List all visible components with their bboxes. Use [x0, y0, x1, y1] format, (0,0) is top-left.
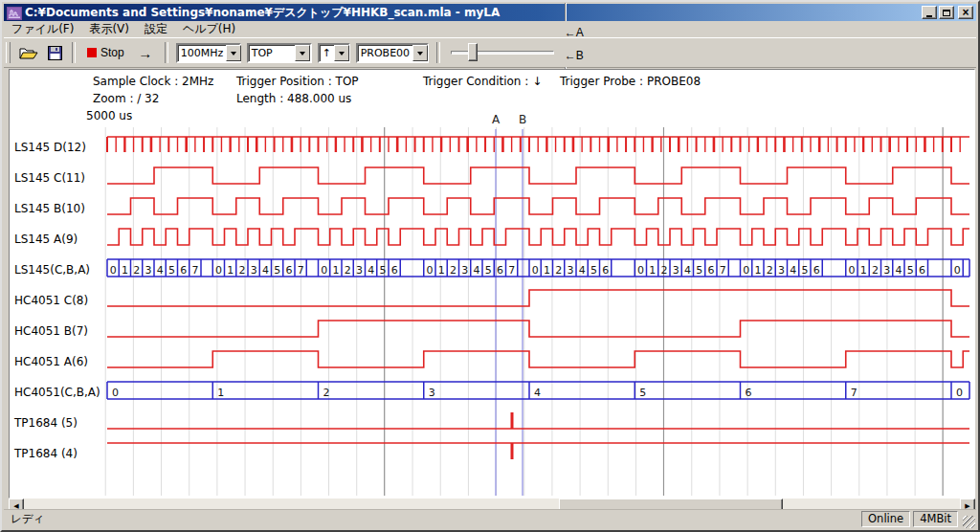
svg-text:4: 4 — [579, 264, 586, 277]
svg-text:6: 6 — [180, 264, 187, 277]
waveform-tp1684-4- — [107, 443, 969, 459]
svg-text:6: 6 — [919, 264, 925, 277]
svg-text:2: 2 — [450, 264, 457, 277]
svg-text:2: 2 — [660, 264, 667, 277]
svg-text:0: 0 — [321, 264, 327, 277]
svg-text:0: 0 — [637, 264, 644, 277]
svg-text:6: 6 — [497, 264, 503, 277]
svg-text:2: 2 — [345, 264, 351, 277]
svg-text:4: 4 — [368, 264, 374, 277]
svg-text:2: 2 — [133, 264, 140, 277]
waveform-tp1684-5- — [107, 412, 969, 429]
svg-text:1: 1 — [754, 264, 761, 277]
svg-text:1: 1 — [122, 264, 128, 277]
svg-text:3: 3 — [429, 387, 435, 399]
svg-text:5: 5 — [379, 264, 386, 277]
svg-text:7: 7 — [298, 264, 304, 277]
svg-text:4: 4 — [262, 264, 269, 277]
svg-text:4: 4 — [473, 264, 479, 277]
svg-text:5: 5 — [168, 264, 175, 277]
svg-text:5: 5 — [485, 264, 492, 277]
svg-text:4: 4 — [790, 264, 796, 277]
svg-text:6: 6 — [813, 264, 820, 277]
grid-lines — [105, 127, 943, 496]
svg-text:0: 0 — [954, 264, 961, 277]
svg-text:0: 0 — [426, 264, 433, 277]
svg-text:7: 7 — [191, 264, 198, 277]
svg-text:5: 5 — [907, 264, 914, 277]
waveform-ls145-c-11- — [107, 167, 969, 184]
svg-text:3: 3 — [778, 264, 785, 277]
waveform-plot[interactable]: 0123456701234567012345601234567012345601… — [2, 2, 980, 532]
waveform-ls145-d-12- — [106, 137, 969, 152]
svg-text:6: 6 — [602, 264, 609, 277]
svg-text:0: 0 — [110, 264, 117, 277]
svg-text:6: 6 — [746, 387, 752, 399]
svg-text:2: 2 — [872, 264, 879, 277]
svg-text:3: 3 — [356, 264, 363, 277]
svg-text:6: 6 — [285, 264, 292, 277]
svg-text:0: 0 — [215, 264, 222, 277]
svg-text:1: 1 — [544, 264, 550, 277]
svg-text:1: 1 — [217, 387, 224, 399]
svg-text:1: 1 — [227, 264, 234, 277]
waveform-ls145-c-b-a-: 0123456701234567012345601234567012345601… — [107, 259, 969, 277]
svg-text:7: 7 — [508, 264, 515, 277]
svg-text:3: 3 — [673, 264, 679, 277]
svg-text:6: 6 — [391, 264, 398, 277]
waveform-hc4051-c-b-a-: 012345670 — [107, 382, 969, 399]
svg-text:0: 0 — [956, 387, 963, 399]
svg-text:7: 7 — [851, 387, 858, 399]
svg-text:3: 3 — [145, 264, 151, 277]
svg-text:4: 4 — [157, 264, 164, 277]
svg-text:4: 4 — [895, 264, 902, 277]
svg-text:4: 4 — [534, 387, 541, 399]
svg-text:3: 3 — [251, 264, 257, 277]
svg-text:0: 0 — [743, 264, 749, 277]
svg-text:5: 5 — [801, 264, 808, 277]
svg-text:2: 2 — [323, 387, 330, 399]
cursor-lines[interactable] — [496, 129, 523, 496]
svg-text:2: 2 — [767, 264, 773, 277]
svg-text:0: 0 — [112, 387, 119, 399]
svg-text:6: 6 — [707, 264, 714, 277]
svg-text:2: 2 — [238, 264, 245, 277]
waveform-hc4051-c-8- — [107, 290, 969, 306]
svg-text:5: 5 — [274, 264, 280, 277]
svg-text:1: 1 — [860, 264, 867, 277]
svg-text:4: 4 — [684, 264, 691, 277]
svg-text:5: 5 — [590, 264, 597, 277]
svg-text:3: 3 — [567, 264, 573, 277]
svg-text:1: 1 — [332, 264, 339, 277]
svg-text:0: 0 — [532, 264, 539, 277]
svg-text:3: 3 — [461, 264, 468, 277]
svg-text:5: 5 — [696, 264, 702, 277]
waveform-hc4051-b-7- — [107, 321, 969, 337]
waveform-hc4051-a-6- — [107, 351, 969, 367]
svg-text:7: 7 — [720, 264, 726, 277]
svg-text:5: 5 — [639, 387, 646, 399]
svg-text:1: 1 — [649, 264, 656, 277]
svg-text:2: 2 — [555, 264, 562, 277]
svg-text:0: 0 — [848, 264, 855, 277]
app-window: C:¥Documents and Settings¥noname¥デスクトップ¥… — [0, 0, 980, 532]
svg-text:1: 1 — [438, 264, 445, 277]
waveform-ls145-a-9- — [107, 229, 969, 245]
svg-text:3: 3 — [883, 264, 890, 277]
waveform-ls145-b-10- — [107, 198, 969, 214]
